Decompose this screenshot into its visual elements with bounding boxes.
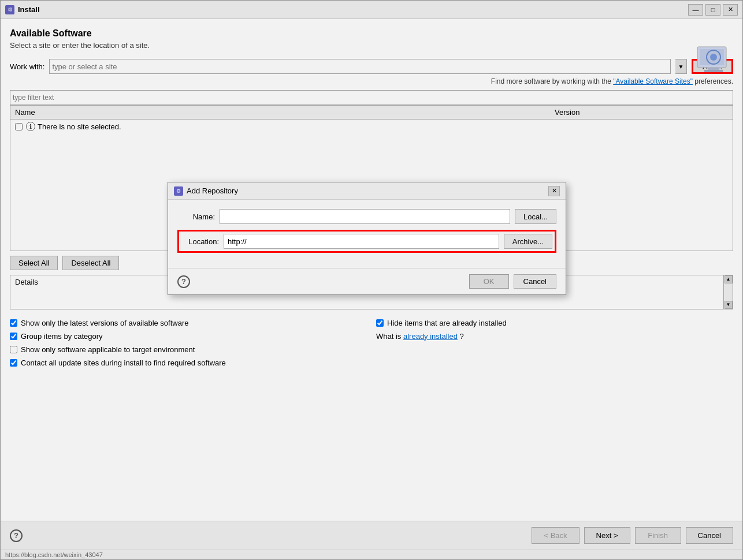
dialog-close-button[interactable]: ✕: [548, 186, 560, 196]
table-col-version: Version: [555, 108, 728, 117]
restore-button[interactable]: □: [705, 4, 720, 16]
dialog-location-wrapper: Location: Archive...: [177, 230, 556, 253]
url-text: https://blog.csdn.net/weixin_43047: [5, 551, 103, 558]
cb-contact-sites-label: Contact all update sites during install …: [21, 359, 226, 367]
dialog-archive-button[interactable]: Archive...: [504, 234, 552, 249]
table-row-checkbox[interactable]: [15, 123, 23, 130]
dialog-location-label: Location:: [181, 237, 219, 246]
cb-target-env[interactable]: [10, 346, 17, 353]
window-title: Install: [18, 5, 688, 14]
finish-button[interactable]: Finish: [635, 527, 681, 544]
dialog-name-row: Name: Local...: [177, 209, 556, 224]
title-bar: ⚙ Install — □ ✕: [1, 1, 742, 19]
work-with-row: Work with: ▼ Add...: [10, 59, 733, 74]
filter-input[interactable]: [10, 90, 733, 105]
page-title: Available Software: [10, 28, 733, 39]
table-col-name: Name: [15, 108, 555, 117]
dialog-local-button[interactable]: Local...: [515, 209, 556, 224]
what-is-row: What is already installed ?: [376, 332, 733, 341]
cb-hide-installed[interactable]: [376, 319, 384, 327]
window-icon: ⚙: [5, 5, 14, 14]
help-icon[interactable]: ?: [10, 529, 23, 542]
svg-rect-5: [704, 70, 723, 72]
checkbox-latest-versions[interactable]: Show only the latest versions of availab…: [10, 319, 367, 327]
cb-latest-versions-label: Show only the latest versions of availab…: [21, 319, 189, 327]
dialog-location-row: Location: Archive...: [181, 234, 552, 249]
cb-group-by-category[interactable]: [10, 333, 17, 340]
close-button[interactable]: ✕: [723, 4, 738, 16]
dialog-ok-button[interactable]: OK: [469, 274, 509, 289]
dialog-help-icon[interactable]: ?: [177, 275, 190, 288]
what-is-prefix: What is: [376, 332, 403, 341]
cb-group-by-category-label: Group items by category: [21, 332, 103, 341]
cancel-button[interactable]: Cancel: [686, 527, 733, 544]
dialog-location-input[interactable]: [224, 234, 499, 249]
options-section: Show only the latest versions of availab…: [10, 314, 733, 372]
details-label: Details: [15, 278, 38, 286]
table-header: Name Version: [10, 106, 733, 120]
dialog-title-bar: ⚙ Add Repository ✕: [168, 182, 566, 200]
checkbox-hide-installed[interactable]: Hide items that are already installed: [376, 319, 733, 327]
already-installed-link[interactable]: already installed: [403, 332, 458, 341]
dialog-footer: ? OK Cancel: [168, 268, 566, 294]
select-all-button[interactable]: Select All: [10, 256, 58, 270]
table-row: ℹ There is no site selected.: [10, 120, 733, 133]
window-controls: — □ ✕: [688, 4, 738, 16]
svg-rect-4: [708, 68, 719, 70]
dialog-content: Name: Local... Location: Archive...: [168, 200, 566, 268]
back-button[interactable]: < Back: [532, 527, 579, 544]
url-bar: https://blog.csdn.net/weixin_43047: [1, 550, 742, 559]
info-text-before: Find more software by working with the: [491, 77, 613, 85]
dialog-name-input[interactable]: [220, 209, 510, 224]
left-checkboxes: Show only the latest versions of availab…: [10, 319, 367, 367]
work-with-label: Work with:: [10, 62, 44, 71]
scrollbar-down[interactable]: ▼: [725, 301, 733, 309]
checkbox-contact-sites[interactable]: Contact all update sites during install …: [10, 359, 367, 367]
info-row: Find more software by working with the "…: [10, 77, 733, 85]
details-scrollbar: ▲ ▼: [723, 275, 733, 309]
header-logo: [696, 42, 731, 77]
cb-hide-installed-label: Hide items that are already installed: [387, 319, 507, 327]
bottom-bar: ? < Back Next > Finish Cancel: [1, 521, 742, 550]
svg-point-3: [710, 54, 717, 61]
info-text-after: preferences.: [694, 77, 733, 85]
table-row-name: There is no site selected.: [38, 122, 121, 131]
page-subtitle: Select a site or enter the location of a…: [10, 41, 733, 50]
add-repository-dialog: ⚙ Add Repository ✕ Name: Local... Locati…: [168, 182, 566, 295]
deselect-all-button[interactable]: Deselect All: [62, 256, 119, 270]
cb-latest-versions[interactable]: [10, 319, 17, 327]
checkbox-group-by-category[interactable]: Group items by category: [10, 332, 367, 341]
what-is-suffix: ?: [460, 332, 464, 341]
dialog-cancel-button[interactable]: Cancel: [514, 274, 556, 289]
cb-contact-sites[interactable]: [10, 359, 17, 367]
dialog-name-label: Name:: [177, 212, 215, 221]
work-with-input[interactable]: [49, 59, 671, 74]
next-button[interactable]: Next >: [584, 527, 630, 544]
cb-target-env-label: Show only software applicable to target …: [21, 345, 195, 354]
dialog-title-icon: ⚙: [174, 186, 183, 196]
minimize-button[interactable]: —: [688, 4, 703, 16]
info-icon: ℹ: [26, 122, 35, 131]
scrollbar-up[interactable]: ▲: [725, 275, 733, 283]
right-checkboxes: Hide items that are already installed Wh…: [376, 319, 733, 367]
work-with-dropdown[interactable]: ▼: [675, 59, 687, 74]
available-software-sites-link[interactable]: "Available Software Sites": [613, 77, 693, 85]
dialog-title-text: Add Repository: [187, 186, 548, 195]
checkbox-target-env[interactable]: Show only software applicable to target …: [10, 345, 367, 354]
